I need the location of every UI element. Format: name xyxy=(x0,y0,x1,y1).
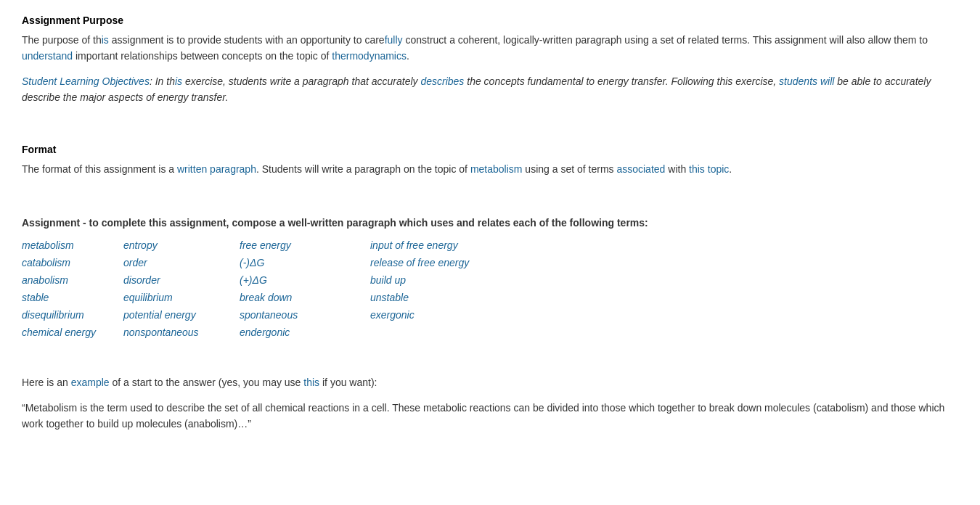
term-catabolism: catabolism xyxy=(22,257,123,268)
format-title: Format xyxy=(22,144,958,155)
format-section: Format The format of this assignment is … xyxy=(22,144,958,177)
assignment-terms-section: Assignment - to complete this assignment… xyxy=(22,215,958,338)
term-potential-energy: potential energy xyxy=(123,309,240,321)
purpose-body: The purpose of this assignment is to pro… xyxy=(22,32,958,65)
term-input-free-energy: input of free energy xyxy=(370,239,530,251)
term-free-energy: free energy xyxy=(240,239,370,251)
term-pos-delta-g: (+)ΔG xyxy=(240,274,370,286)
term-entropy: entropy xyxy=(123,239,240,251)
format-body: The format of this assignment is a writt… xyxy=(22,161,958,177)
quote-text: “Metabolism is the term used to describe… xyxy=(22,400,958,432)
term-anabolism: anabolism xyxy=(22,274,123,286)
term-stable: stable xyxy=(22,292,123,303)
term-break-down: break down xyxy=(240,292,370,303)
slo-text: Student Learning Objectives: In this exe… xyxy=(22,73,958,106)
purpose-title: Assignment Purpose xyxy=(22,15,958,26)
term-spontaneous: spontaneous xyxy=(240,309,370,321)
term-disequilibrium: disequilibrium xyxy=(22,309,123,321)
term-empty xyxy=(370,327,530,338)
term-metabolism: metabolism xyxy=(22,239,123,251)
term-neg-delta-g: (-)ΔG xyxy=(240,257,370,268)
assignment-instruction: Assignment - to complete this assignment… xyxy=(22,215,958,231)
assignment-purpose-section: Assignment Purpose The purpose of this a… xyxy=(22,15,958,106)
term-chemical-energy: chemical energy xyxy=(22,327,123,338)
term-order: order xyxy=(123,257,240,268)
term-nonspontaneous: nonspontaneous xyxy=(123,327,240,338)
term-release-free-energy: release of free energy xyxy=(370,257,530,268)
example-intro: Here is an example of a start to the ans… xyxy=(22,374,958,390)
term-exergonic: exergonic xyxy=(370,309,530,321)
terms-grid: metabolism entropy free energy input of … xyxy=(22,239,958,338)
term-unstable: unstable xyxy=(370,292,530,303)
example-section: Here is an example of a start to the ans… xyxy=(22,374,958,432)
term-build-up: build up xyxy=(370,274,530,286)
term-equilibrium: equilibrium xyxy=(123,292,240,303)
term-disorder: disorder xyxy=(123,274,240,286)
term-endergonic: endergonic xyxy=(240,327,370,338)
